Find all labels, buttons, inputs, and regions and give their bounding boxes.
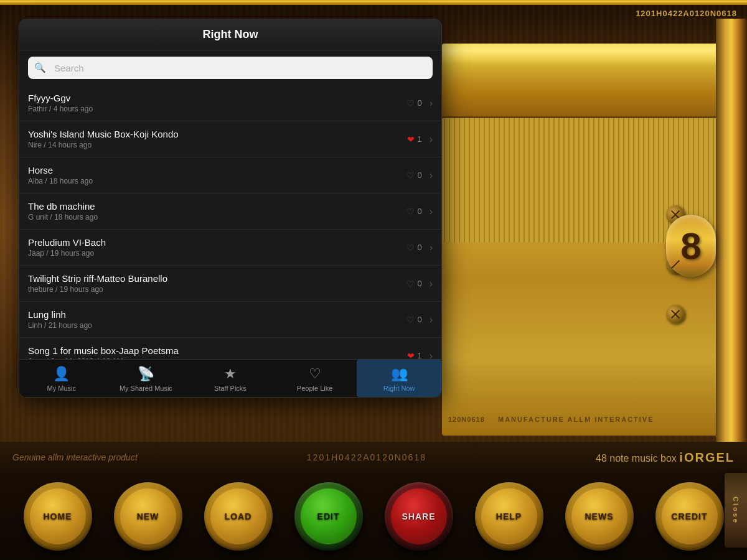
song-meta: Fathir / 4 hours ago (28, 105, 400, 113)
song-meta: G unit / 18 hours ago (28, 213, 400, 222)
tab-staff-picks[interactable]: ★ Staff Picks (188, 360, 273, 397)
song-item[interactable]: Preludium VI-Bach Jaap / 19 hours ago ♡ … (19, 230, 441, 266)
like-count: 0 (417, 98, 421, 108)
edit-button-label: EDIT (301, 488, 357, 544)
song-title: Yoshi's Island Music Box-Koji Kondo (28, 129, 400, 139)
search-placeholder-text: Search (54, 63, 84, 73)
song-likes: ♡ 0 (400, 207, 422, 217)
song-meta: Jaap / Jun 11, 2012 4:10 AM (28, 357, 400, 359)
news-button[interactable]: NEWS (565, 482, 634, 551)
chevron-right-icon: › (430, 170, 433, 181)
song-meta: Linh / 21 hours ago (28, 321, 400, 330)
share-button[interactable]: SHARE (385, 482, 453, 551)
new-button-label: NEW (120, 488, 176, 544)
bottom-bar: HOME NEW LOAD EDIT SHARE HELP NEWS CREDI… (0, 473, 747, 560)
chevron-right-icon: › (430, 242, 433, 253)
branding-model-text: 48 note music box (596, 453, 677, 464)
branding-right: 48 note music box iORGEL (596, 450, 735, 465)
news-button-label: NEWS (571, 488, 627, 544)
panel-title: Right Now (203, 28, 258, 40)
load-button[interactable]: LOAD (204, 482, 273, 551)
like-count: 0 (417, 279, 421, 288)
song-item[interactable]: Yoshi's Island Music Box-Koji Kondo Nire… (19, 121, 441, 157)
song-info: Twilight Strip riff-Matteo Buranello the… (28, 273, 400, 294)
song-info: The db machine G unit / 18 hours ago (28, 201, 400, 222)
serial-mechanism: 120N0618 (448, 416, 485, 423)
song-likes: ♡ 0 (400, 315, 422, 325)
help-button[interactable]: HELP (475, 482, 543, 551)
song-list: Ffyyy-Ggv Fathir / 4 hours ago ♡ 0 › Yos… (19, 85, 441, 359)
search-icon: 🔍 (34, 62, 46, 73)
song-item[interactable]: Horse Alba / 18 hours ago ♡ 0 › (19, 157, 441, 194)
song-title: Preludium VI-Bach (28, 237, 400, 248)
branding-logo: iORGEL (679, 450, 735, 464)
song-title: Horse (28, 165, 400, 175)
tab-people-like[interactable]: ♡ People Like (273, 360, 357, 397)
song-meta: Jaap / 19 hours ago (28, 249, 400, 258)
tab-my-music[interactable]: 👤 My Music (19, 360, 104, 397)
help-button-label: HELP (481, 488, 537, 544)
chevron-right-icon: › (430, 278, 433, 289)
right-now-icon: 👥 (391, 366, 408, 382)
song-item[interactable]: Lung linh Linh / 21 hours ago ♡ 0 › (19, 302, 441, 338)
new-button[interactable]: NEW (114, 482, 182, 551)
song-title: Ffyyy-Ggv (28, 93, 400, 103)
share-button-label: SHARE (391, 488, 447, 544)
song-item[interactable]: Song 1 for music box-Jaap Poetsma Jaap /… (19, 338, 441, 359)
screw-3 (666, 305, 685, 324)
branding-strip: Genuine allm interactive product 1201H04… (0, 442, 747, 473)
chevron-right-icon: › (430, 134, 433, 145)
song-likes: ♡ 0 (400, 243, 422, 253)
like-count: 0 (417, 170, 421, 180)
like-count: 0 (417, 243, 421, 252)
like-count: 0 (417, 207, 421, 216)
song-likes: ❤ 1 (400, 351, 422, 360)
search-container: 🔍 Search (19, 50, 441, 85)
like-count: 1 (417, 134, 421, 144)
tab-my-shared-music[interactable]: 📡 My Shared Music (104, 360, 189, 397)
heart-icon: ♡ (406, 279, 415, 289)
like-count: 1 (417, 351, 421, 359)
manufacture-text: MANUFACTURE ALLM INTERACTIVE (498, 416, 654, 423)
my-shared-music-label: My Shared Music (120, 385, 172, 392)
search-box[interactable]: 🔍 Search (28, 57, 433, 79)
song-likes: ❤ 1 (400, 134, 422, 144)
song-meta: Nire / 14 hours ago (28, 141, 400, 149)
credit-button[interactable]: CREDIT (655, 482, 724, 551)
like-count: 0 (417, 315, 421, 324)
panel: Right Now 🔍 Search Ffyyy-Ggv Fathir / 4 … (19, 19, 442, 398)
mechanism-inner: 120N0618 MANUFACTURE ALLM INTERACTIVE 8 (430, 19, 747, 473)
song-meta: thebure / 19 hours ago (28, 285, 400, 294)
tab-right-now[interactable]: 👥 Right Now (357, 360, 441, 397)
heart-icon: ♡ (406, 170, 415, 180)
song-item[interactable]: Twilight Strip riff-Matteo Buranello the… (19, 266, 441, 302)
song-title: Twilight Strip riff-Matteo Buranello (28, 273, 400, 284)
heart-icon: ❤ (407, 134, 415, 144)
song-item[interactable]: The db machine G unit / 18 hours ago ♡ 0… (19, 194, 441, 230)
song-info: Ffyyy-Ggv Fathir / 4 hours ago (28, 93, 400, 113)
home-button[interactable]: HOME (24, 482, 92, 551)
song-likes: ♡ 0 (400, 279, 422, 289)
close-side-button[interactable]: Close (725, 473, 747, 548)
edit-button[interactable]: EDIT (294, 482, 363, 551)
song-meta: Alba / 18 hours ago (28, 177, 400, 185)
song-item[interactable]: Ffyyy-Ggv Fathir / 4 hours ago ♡ 0 › (19, 85, 441, 121)
top-gold-bar (0, 0, 747, 5)
heart-icon: ♡ (406, 98, 415, 108)
panel-header: Right Now (19, 19, 441, 50)
chevron-right-icon: › (430, 98, 433, 109)
my-music-icon: 👤 (53, 366, 70, 382)
credit-button-label: CREDIT (662, 488, 718, 544)
song-likes: ♡ 0 (400, 98, 422, 108)
song-info: Lung linh Linh / 21 hours ago (28, 309, 400, 330)
heart-icon: ❤ (407, 351, 415, 360)
home-button-label: HOME (30, 488, 86, 544)
song-info: Horse Alba / 18 hours ago (28, 165, 400, 185)
heart-icon: ♡ (406, 207, 415, 217)
cylinder (442, 44, 722, 118)
load-button-label: LOAD (210, 488, 266, 544)
staff-picks-icon: ★ (224, 366, 237, 382)
chevron-right-icon: › (430, 206, 433, 217)
song-info: Yoshi's Island Music Box-Koji Kondo Nire… (28, 129, 400, 149)
song-title: Song 1 for music box-Jaap Poetsma (28, 345, 400, 356)
